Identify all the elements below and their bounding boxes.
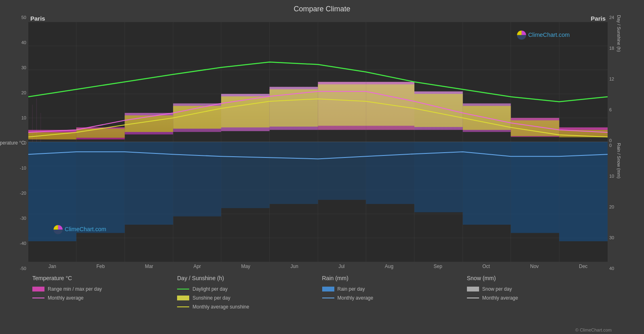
sunshine-avg-label: Monthly average sunshine [192,304,249,310]
rain-avg-label: Monthly average [338,295,374,301]
legend-sunshine-avg: Monthly average sunshine [177,304,322,310]
svg-rect-29 [318,142,366,200]
location-left: Paris [30,15,45,22]
legend-snow-header: Snow (mm) [467,275,612,281]
chart-area: Temperature °C 50 40 30 20 10 0 -10 -20 … [0,15,644,271]
main-container: Compare Climate Temperature °C 50 40 30 … [0,0,644,334]
temp-range-label: Range min / max per day [48,286,102,292]
svg-rect-30 [366,142,414,204]
location-labels: Paris Paris [28,15,608,22]
sunshine-avg-swatch [177,306,189,307]
legend-temp-range: Range min / max per day [32,286,177,292]
svg-rect-50 [173,106,221,129]
sunshine-label: Sunshine per day [192,295,230,301]
y-axis-right: 24 18 12 6 0 Day / Sunshine (h) 0 10 20 … [608,15,640,271]
svg-rect-26 [173,142,221,217]
svg-text:ClimeChart.com: ClimeChart.com [65,226,106,232]
legend-snow-bar: Snow per day [467,286,612,292]
svg-rect-34 [559,142,608,241]
svg-rect-51 [221,96,270,128]
legend-col-rain: Rain (mm) Rain per day Monthly average [322,275,467,323]
logo-top-right: ClimeChart.com [517,30,570,40]
temp-avg-line-swatch [32,298,44,298]
chart-svg: ClimeChart.com ClimeChart.com [28,22,608,262]
copyright: © ClimeChart.com [0,328,644,334]
legend-snow-avg: Monthly average [467,295,612,301]
legend-col-snow: Snow (mm) Snow per day Monthly average [467,275,612,323]
svg-rect-48 [76,129,125,138]
svg-rect-52 [270,89,318,127]
svg-rect-28 [270,142,318,204]
plot-area: ClimeChart.com ClimeChart.com [28,22,608,262]
legend-temp-header: Temperature °C [32,275,177,281]
svg-rect-24 [76,142,125,233]
y-right-sunshine-label: Day / Sunshine (h) [616,15,622,143]
rain-label: Rain per day [338,286,365,292]
svg-rect-27 [221,142,270,208]
daylight-label: Daylight per day [192,286,228,292]
daylight-swatch [177,289,189,289]
legend-sunshine-bar: Sunshine per day [177,295,322,301]
y-left-label: Temperature °C [0,140,25,146]
snow-label: Snow per day [482,286,512,292]
legend-area: Temperature °C Range min / max per day M… [0,271,644,328]
svg-text:ClimeChart.com: ClimeChart.com [528,32,570,38]
legend-col-temp: Temperature °C Range min / max per day M… [32,275,177,323]
rain-avg-swatch [322,298,334,298]
svg-rect-53 [318,84,366,126]
chart-title: Compare Climate [0,0,644,15]
snow-avg-label: Monthly average [482,295,518,301]
svg-rect-55 [414,94,463,127]
rain-swatch [322,287,334,291]
legend-daylight: Daylight per day [177,286,322,292]
legend-rain-bar: Rain per day [322,286,467,292]
svg-rect-33 [511,142,559,233]
location-right: Paris [591,15,606,22]
x-axis-labels: Jan Feb Mar Apr May Jun Jul Aug Sep Oct … [28,262,608,271]
sunshine-swatch [177,296,189,300]
temp-avg-label: Monthly average [48,295,84,301]
legend-col-sunshine: Day / Sunshine (h) Daylight per day Suns… [177,275,322,323]
legend-rain-avg: Monthly average [322,295,467,301]
legend-rain-header: Rain (mm) [322,275,467,281]
legend-temp-avg: Monthly average [32,295,177,301]
legend-sunshine-header: Day / Sunshine (h) [177,275,322,281]
temp-range-swatch [32,287,44,291]
y-right-rain-label: Rain / Snow (mm) [616,143,622,271]
chart-middle: Paris Paris [28,15,608,271]
y-axis-left: Temperature °C 50 40 30 20 10 0 -10 -20 … [4,15,28,271]
snow-swatch [467,287,479,291]
snow-avg-swatch [467,298,479,298]
